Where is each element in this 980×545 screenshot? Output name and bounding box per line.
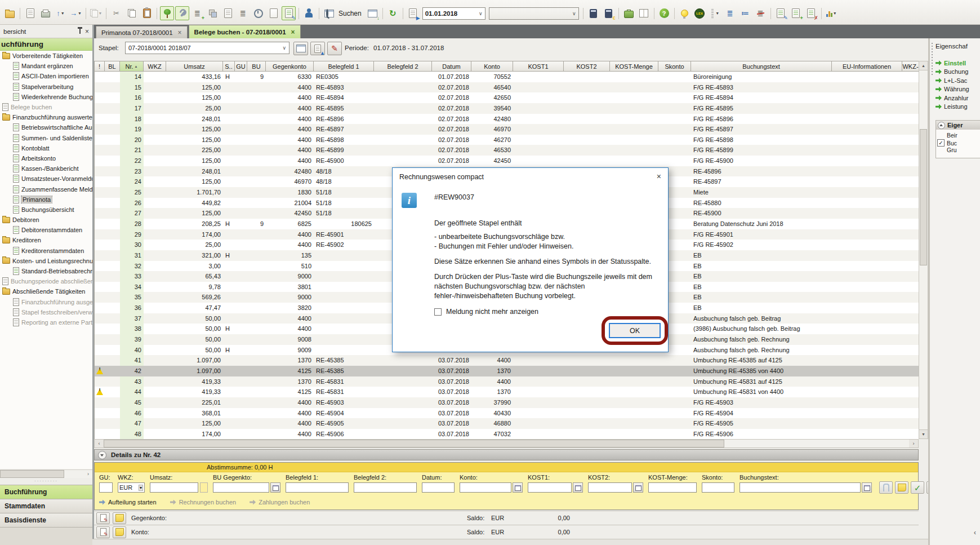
note-button[interactable] bbox=[895, 481, 908, 494]
tree-item-kreditorenstammdaten[interactable]: Kreditorenstammdaten bbox=[0, 246, 92, 256]
tree-item-mandant-ergänzen[interactable]: Mandant ergänzen bbox=[0, 61, 92, 71]
close-icon[interactable]: × bbox=[85, 28, 89, 36]
col-header-[interactable]: ! bbox=[95, 61, 105, 71]
cut-icon[interactable]: ✂ bbox=[109, 6, 123, 20]
grid-row-19[interactable]: 19125,004400RE-4589702.07.201846970F/G R… bbox=[95, 124, 919, 135]
field-input[interactable] bbox=[702, 482, 734, 493]
tree-item-abschließende-tätigkeiten[interactable]: Abschließende Tätigkeiten bbox=[0, 286, 92, 296]
tree-item-belege-buchen[interactable]: Belege buchen bbox=[0, 102, 92, 112]
close-icon[interactable]: × bbox=[657, 172, 661, 181]
grid-row-18[interactable]: 18248,014400RE-4589602.07.201842480F/G R… bbox=[95, 114, 919, 125]
tree-item-reporting-an-externe-partner[interactable]: Reporting an externe Partner bbox=[0, 317, 92, 327]
attach-button[interactable] bbox=[879, 481, 893, 494]
scroll-right-arrow[interactable]: › bbox=[84, 470, 92, 478]
field-input[interactable] bbox=[460, 482, 511, 493]
field-input[interactable] bbox=[286, 482, 349, 493]
tree-item-debitoren[interactable]: Debitoren bbox=[0, 215, 92, 225]
col-header-konto[interactable]: Konto bbox=[471, 61, 513, 71]
tree-item-buchungsperiode-abschließen[interactable]: Buchungsperiode abschließen bbox=[0, 276, 92, 286]
field-input[interactable] bbox=[354, 482, 417, 493]
col-header-wkz[interactable]: WKZ- bbox=[902, 61, 919, 71]
report-document-icon[interactable] bbox=[221, 6, 235, 20]
tree-item-kontoblatt[interactable]: Kontoblatt bbox=[0, 143, 92, 153]
help-icon[interactable]: ? bbox=[657, 6, 671, 20]
tree-item-summen-und-saldenliste[interactable]: Summen- und Saldenliste bbox=[0, 133, 92, 143]
splitter-dots[interactable]: ········· bbox=[0, 478, 92, 485]
user-globe-icon[interactable] bbox=[302, 6, 316, 20]
history-clock-icon[interactable] bbox=[251, 6, 265, 20]
prop-link-leistung[interactable]: Leistung bbox=[936, 103, 980, 112]
grid-row-42[interactable]: 421.097,004125RE-4538503.07.20181370Umbu… bbox=[95, 366, 919, 376]
page-edit-icon[interactable]: ✎ bbox=[282, 6, 296, 20]
tip-bulb-icon[interactable] bbox=[678, 6, 692, 20]
field-input[interactable] bbox=[422, 482, 455, 493]
scroll-left-arrow[interactable]: ‹ bbox=[95, 440, 104, 447]
grid-row-44[interactable]: 44419,334125RE-4583103.07.20181370Umbuch… bbox=[95, 387, 919, 397]
col-header-kost-menge[interactable]: KOST-Menge bbox=[610, 61, 658, 71]
grid-vertical-scrollbar[interactable]: ▲ ▼ bbox=[919, 61, 928, 439]
col-header-s[interactable]: S.. bbox=[223, 61, 235, 71]
stapel-edit-button[interactable]: ✎ bbox=[327, 42, 342, 55]
grid-row-45[interactable]: 45225,014400RE-4590303.07.201837990F/G R… bbox=[95, 397, 919, 408]
col-header-bl[interactable]: BL bbox=[105, 61, 120, 71]
grid-row-16[interactable]: 16125,004400RE-4589402.07.201842650F/G R… bbox=[95, 92, 919, 103]
tree-item-vorbereitende-tätigkeiten[interactable]: Vorbereitende Tätigkeiten bbox=[0, 51, 92, 61]
browse-button[interactable] bbox=[633, 482, 643, 493]
grid-row-14[interactable]: 14433,16H96330RE030501.07.201870552Büror… bbox=[95, 72, 919, 82]
col-header-gegenkonto[interactable]: Gegenkonto bbox=[266, 61, 314, 71]
tree-item-kosten-und-leistungsrechnung[interactable]: Kosten- und Leistungsrechnung bbox=[0, 256, 92, 266]
browse-button[interactable] bbox=[862, 482, 872, 493]
tab-primanota-07-2018-0001[interactable]: Primanota 07-2018/0001× bbox=[96, 26, 188, 38]
blocks-icon[interactable] bbox=[206, 6, 220, 20]
grid-row-15[interactable]: 15125,004400RE-4589302.07.201846540F/G R… bbox=[95, 82, 919, 93]
grid-row-21[interactable]: 21225,004400RE-4589902.07.201846530F/G R… bbox=[95, 145, 919, 156]
module-button-basisdienste[interactable]: Basisdienste bbox=[0, 513, 92, 527]
wkz-select[interactable]: EUR▾ bbox=[118, 482, 145, 493]
link-aufteilung-starten[interactable]: Aufteilung starten bbox=[99, 499, 157, 506]
tree-item-umsatzsteuer-voranmeldung[interactable]: Umsatzsteuer-Voranmeldung bbox=[0, 174, 92, 184]
stapel-import-button[interactable]: ▲ bbox=[310, 42, 325, 55]
col-header-kost1[interactable]: KOST1 bbox=[513, 61, 564, 71]
tree-item-ascii-daten-importieren[interactable]: ASCII-Daten importieren bbox=[0, 71, 92, 81]
window-icon[interactable]: ▼ bbox=[89, 6, 103, 20]
link-zahlungen-buchen[interactable]: Zahlungen buchen bbox=[250, 499, 310, 506]
col-header-belegfeld-2[interactable]: Belegfeld 2 bbox=[374, 61, 432, 71]
tree-item-wiederkehrende-buchunge[interactable]: Wiederkehrende Buchunge... bbox=[0, 92, 92, 102]
toolbar-options-icon[interactable]: ▼ bbox=[708, 6, 722, 20]
field-input[interactable] bbox=[588, 482, 632, 493]
collapse-up-icon[interactable] bbox=[938, 122, 945, 129]
scrollbar-thumb[interactable] bbox=[920, 129, 927, 265]
col-header-datum[interactable]: Datum bbox=[432, 61, 471, 71]
grid-row-22[interactable]: 22125,004400RE-4590002.07.201842450F/G R… bbox=[95, 156, 919, 166]
module-button-buchführung[interactable]: Buchführung bbox=[0, 485, 92, 499]
scrollbar-thumb[interactable] bbox=[104, 440, 724, 447]
tree-item-finanzbuchführung-ausgeb[interactable]: Finanzbuchführung ausgeb... bbox=[0, 297, 92, 307]
print-preview-icon[interactable] bbox=[23, 6, 37, 20]
field-input[interactable] bbox=[528, 482, 572, 493]
tree-item-stapel-festschreiben-verwa[interactable]: Stapel festschreiben/verwa... bbox=[0, 307, 92, 317]
stapel-window-button[interactable] bbox=[293, 42, 308, 55]
strike-list-icon[interactable]: ≣ bbox=[754, 6, 768, 20]
navigate-forward-icon[interactable]: →▼ bbox=[69, 6, 83, 20]
col-header-gu[interactable]: GU bbox=[235, 61, 247, 71]
module-button-stammdaten[interactable]: Stammdaten bbox=[0, 499, 92, 513]
grid-horizontal-scrollbar[interactable]: ‹ › bbox=[94, 439, 919, 448]
search-label[interactable]: Suchen bbox=[338, 10, 362, 17]
grid-row-41[interactable]: 411.097,001370RE-4538503.07.20184400Umbu… bbox=[95, 355, 919, 366]
gegenkonto-note-button[interactable] bbox=[113, 512, 126, 524]
prop-link-l-l-sac[interactable]: L+L-Sac bbox=[936, 76, 980, 85]
browse-button[interactable] bbox=[270, 482, 280, 493]
tree-item-debitorenstammdaten[interactable]: Debitorenstammdaten bbox=[0, 225, 92, 235]
browse-button[interactable] bbox=[573, 482, 583, 493]
grid-row-47[interactable]: 47125,004400RE-4590503.07.201846880F/G R… bbox=[95, 418, 919, 429]
calculator-icon[interactable] bbox=[586, 6, 600, 20]
search-window-icon[interactable] bbox=[322, 6, 336, 20]
pin-icon[interactable] bbox=[79, 29, 81, 34]
tree-view-icon[interactable] bbox=[160, 6, 174, 20]
field-input[interactable] bbox=[740, 482, 861, 493]
konto-note-button[interactable] bbox=[113, 526, 126, 538]
tree-item-arbeitskonto[interactable]: Arbeitskonto bbox=[0, 153, 92, 163]
print-icon[interactable] bbox=[38, 6, 52, 20]
prop-link-buchung[interactable]: Buchung bbox=[936, 68, 980, 77]
list-icon[interactable]: ≣ bbox=[723, 6, 737, 20]
